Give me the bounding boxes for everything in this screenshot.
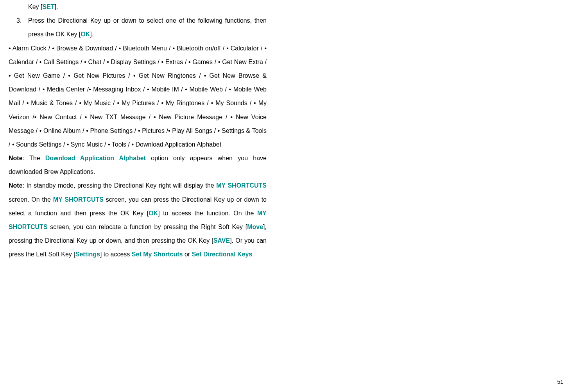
document-content: Key [SET]. 3. Press the Directional Key … (9, 0, 267, 261)
key-settings: Settings (75, 251, 100, 258)
ordered-list-item-3: 3. Press the Directional Key up or down … (9, 14, 267, 41)
note-2: Note: In standby mode, pressing the Dire… (9, 179, 267, 261)
text-fragment: screen. On the (9, 196, 53, 203)
page-number: 51 (557, 376, 563, 388)
functions-list: • Alarm Clock / • Browse & Download / • … (9, 41, 267, 152)
key-move: Move (247, 224, 263, 230)
text-fragment: ]. (90, 31, 93, 38)
text-fragment: or (183, 251, 192, 258)
my-shortcuts: MY SHORTCUTS (53, 196, 104, 203)
key-ok: OK (149, 210, 158, 217)
my-shortcuts: MY SHORTCUTS (216, 182, 267, 189)
list-text: Press the Directional Key up or down to … (28, 14, 267, 41)
text-fragment: . (252, 251, 254, 258)
text-fragment: : In standby mode, pressing the Directio… (23, 182, 217, 189)
text-fragment: : The (23, 155, 45, 161)
note-label: Note (9, 155, 23, 161)
set-directional-keys: Set Directional Keys (192, 251, 253, 258)
note-label: Note (9, 182, 23, 189)
download-app-alphabet: Download Application Alphabet (45, 155, 146, 161)
text-fragment: ] to access (100, 251, 132, 258)
key-ok: OK (81, 31, 90, 38)
text-fragment: Key [ (28, 4, 42, 10)
text-fragment: Press the Directional Key up or down to … (28, 17, 267, 38)
key-set: SET (42, 4, 54, 10)
set-my-shortcuts: Set My Shortcuts (132, 251, 183, 258)
text-fragment: ]. (55, 4, 58, 10)
note-1: Note: The Download Application Alphabet … (9, 151, 267, 179)
text-fragment: screen, you can relocate a function by p… (48, 224, 247, 230)
text-fragment: ] to access the function. On the (158, 210, 257, 217)
key-save: SAVE (213, 237, 230, 244)
list-number: 3. (16, 14, 28, 41)
line-key-set: Key [SET]. (28, 0, 267, 14)
